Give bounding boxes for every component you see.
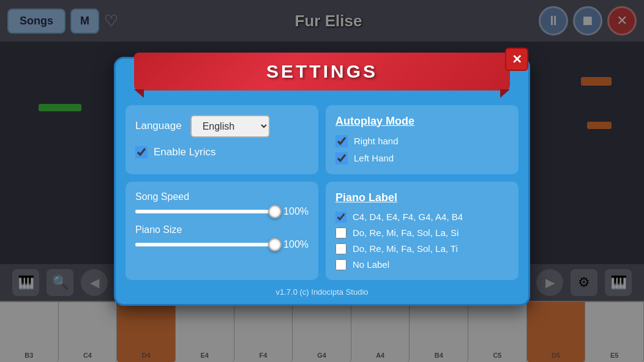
piano-label-options: C4, D4, E4, F4, G4, A4, B4 Do, Re, Mi, F… <box>335 212 509 270</box>
piano-size-thumb[interactable] <box>268 238 282 251</box>
song-speed-track <box>135 210 275 213</box>
label-option3-row: Do, Re, Mi, Fa, Sol, La, Ti <box>335 243 509 254</box>
modal-overlay: SETTINGS ✕ Language English Enable Lyric… <box>0 0 644 362</box>
song-speed-row: 100% <box>135 206 309 217</box>
piano-size-row: 100% <box>135 239 309 250</box>
song-speed-thumb[interactable] <box>268 205 282 218</box>
language-row: Language English <box>135 115 309 138</box>
label-option1-checkbox[interactable] <box>335 212 346 223</box>
language-panel: Language English Enable Lyrics <box>125 105 318 174</box>
left-hand-label: Left Hand <box>354 153 394 163</box>
piano-label-panel: Piano Label C4, D4, E4, F4, G4, A4, B4 D… <box>326 182 519 280</box>
right-hand-row: Right hand <box>335 135 509 147</box>
label-option2-row: Do, Re, Mi, Fa, Sol, La, Si <box>335 227 509 238</box>
right-hand-checkbox[interactable] <box>335 135 348 147</box>
label-option2-label: Do, Re, Mi, Fa, Sol, La, Si <box>353 227 459 238</box>
piano-size-track <box>135 243 275 246</box>
label-option2-checkbox[interactable] <box>335 227 346 238</box>
piano-size-fill <box>135 243 275 246</box>
enable-lyrics-checkbox[interactable] <box>135 146 148 158</box>
settings-close-button[interactable]: ✕ <box>505 48 528 71</box>
song-speed-fill <box>135 210 275 213</box>
autoplay-title: Autoplay Mode <box>335 115 509 128</box>
enable-lyrics-label: Enable Lyrics <box>154 146 215 158</box>
piano-size-label: Piano Size <box>135 224 309 235</box>
autoplay-panel: Autoplay Mode Right hand Left Hand <box>326 105 519 174</box>
song-speed-section: Song Speed 100% <box>135 191 309 217</box>
right-hand-label: Right hand <box>354 136 399 146</box>
language-select[interactable]: English <box>190 115 270 138</box>
settings-content: Language English Enable Lyrics Autoplay … <box>116 100 528 280</box>
song-speed-value: 100% <box>281 206 309 217</box>
label-option4-row: No Label <box>335 259 509 270</box>
settings-banner: SETTINGS ✕ <box>134 53 510 90</box>
label-option4-label: No Label <box>353 259 389 270</box>
song-speed-label: Song Speed <box>135 191 309 202</box>
left-hand-checkbox[interactable] <box>335 152 348 164</box>
label-option4-checkbox[interactable] <box>335 259 346 270</box>
piano-label-title: Piano Label <box>335 191 509 204</box>
settings-title: SETTINGS <box>266 61 378 81</box>
version-text: v1.7.0 (c) Indocipta Studio <box>116 287 528 297</box>
enable-lyrics-row: Enable Lyrics <box>135 146 309 158</box>
settings-ribbon: SETTINGS <box>134 53 510 90</box>
label-option1-row: C4, D4, E4, F4, G4, A4, B4 <box>335 212 509 223</box>
label-option3-label: Do, Re, Mi, Fa, Sol, La, Ti <box>353 243 458 254</box>
language-label: Language <box>135 120 182 132</box>
left-hand-row: Left Hand <box>335 152 509 164</box>
autoplay-options: Right hand Left Hand <box>335 135 509 164</box>
settings-dialog: SETTINGS ✕ Language English Enable Lyric… <box>114 57 530 306</box>
label-option1-label: C4, D4, E4, F4, G4, A4, B4 <box>353 212 463 222</box>
speed-size-panel: Song Speed 100% Piano Size <box>125 182 318 280</box>
piano-size-value: 100% <box>281 239 309 250</box>
label-option3-checkbox[interactable] <box>335 243 346 254</box>
piano-size-section: Piano Size 100% <box>135 224 309 250</box>
